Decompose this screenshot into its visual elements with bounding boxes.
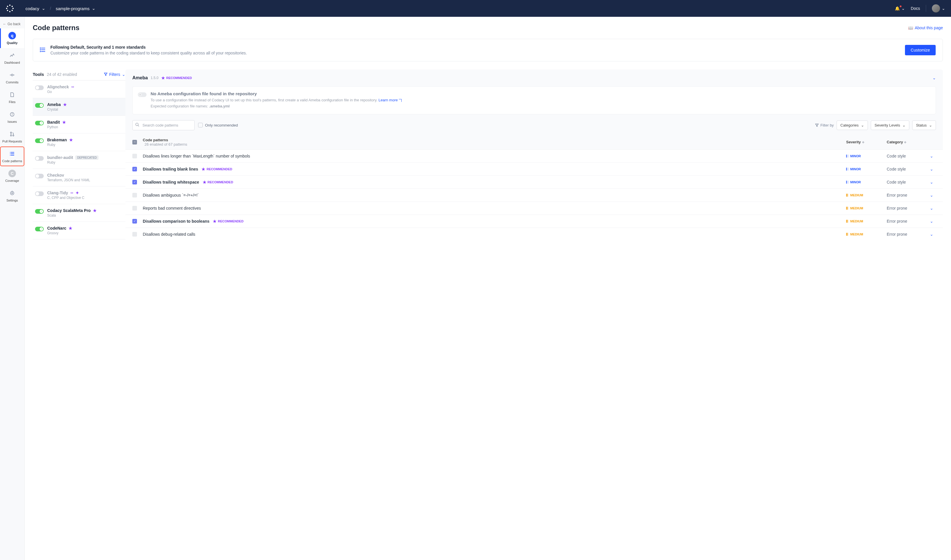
sort-icon: ◆ [862,140,865,144]
pattern-checkbox[interactable] [132,193,137,197]
pattern-name: Disallows ambiguous `=-/=+/=!` [143,193,846,197]
col-severity-header[interactable]: Severity◆ [846,140,887,144]
recommended-label: RECOMMENDED [166,76,192,80]
learn-more-link[interactable]: Learn more [379,98,402,102]
status-dropdown[interactable]: Status⌄ [912,120,936,130]
expand-button[interactable]: ⌄ [927,206,936,211]
severity-badge: MINOR [846,168,887,171]
sidebar-item-settings[interactable]: Settings [0,186,24,206]
link-icon: ⇔ [71,85,74,89]
recommended-badge: ★ RECOMMENDED [161,75,192,80]
about-link[interactable]: 📖 About this page [908,26,943,30]
sidebar-item-issues[interactable]: Issues [0,107,24,127]
user-menu[interactable]: ⌄ [932,5,945,12]
category-label: Error prone [887,206,927,211]
only-recommended-checkbox[interactable]: Only recommended [198,123,238,128]
go-back-label: Go back [8,22,20,26]
severity-dropdown[interactable]: Severity Levels⌄ [871,120,909,130]
tool-item[interactable]: Bandit ★Python [33,116,125,134]
codacy-logo-icon[interactable] [6,5,14,12]
sidebar-item-code-patterns[interactable]: Code patterns [0,146,24,166]
expand-button[interactable]: ⌄ [927,154,936,158]
tool-toggle[interactable] [35,174,44,178]
tool-item[interactable]: Checkov Terraform, JSON and YAML [33,169,125,186]
svg-point-16 [13,135,14,136]
severity-bars-icon [846,181,848,183]
sidebar-item-quality[interactable]: qQuality [0,28,24,48]
pattern-row: ✓Disallows comparison to booleans★ RECOM… [125,215,943,228]
tool-toggle[interactable] [35,227,44,231]
tool-toggle[interactable] [35,209,44,214]
tool-language: Scala [47,214,123,217]
expand-button[interactable]: ⌄ [927,219,936,223]
org-selector[interactable]: codacy ⌄ [26,6,45,11]
filters-button[interactable]: Filters ⌄ [104,72,125,77]
svg-point-15 [11,135,12,136]
pattern-name: Disallows comparison to booleans★ RECOMM… [143,219,846,223]
svg-point-31 [40,51,40,52]
tool-item[interactable]: Clang-Tidy ⇔✦C, CPP and Objective C [33,186,125,204]
tool-item[interactable]: Ameba ★Crystal [33,98,125,116]
pattern-checkbox[interactable]: ✓ [132,167,137,171]
sidebar-item-coverage[interactable]: CCoverage [0,166,24,186]
sidebar-item-pull-requests[interactable]: Pull Requests [0,127,24,146]
recommended-badge: ★ RECOMMENDED [203,180,233,185]
pattern-checkbox[interactable]: ✓ [132,180,137,185]
svg-point-24 [12,192,13,194]
expand-button[interactable]: ⌄ [927,180,936,185]
pattern-checkbox[interactable]: ✓ [132,219,137,223]
customize-button[interactable]: Customize [905,45,936,55]
expand-button[interactable]: ⌄ [927,167,936,171]
chevron-down-icon[interactable]: ⌄ [933,75,936,80]
svg-point-29 [40,48,40,48]
category-label: Error prone [887,232,927,237]
categories-dropdown[interactable]: Categories⌄ [837,120,868,130]
tool-name: Aligncheck ⇔ [47,85,123,89]
tool-item[interactable]: Codacy ScalaMeta Pro ★Scala [33,204,125,222]
svg-point-14 [11,132,12,133]
nav-label: Files [9,100,15,104]
svg-point-21 [10,154,11,154]
nav-icon [8,71,16,79]
go-back-link[interactable]: ← Go back [0,20,24,28]
tool-toggle[interactable] [35,85,44,90]
book-icon: 📖 [908,26,913,30]
col-category-header[interactable]: Category◆ [887,140,927,144]
star-icon: ★ [63,102,67,107]
svg-rect-1 [12,6,13,7]
tool-language: Groovy [47,231,123,235]
recommended-badge: ★ RECOMMENDED [202,167,232,171]
tool-toggle[interactable] [35,121,44,125]
tool-language: Crystal [47,108,123,111]
tool-item[interactable]: Brakeman ★Ruby [33,134,125,151]
tool-toggle[interactable] [35,191,44,196]
tool-item[interactable]: bundler-audit DEPRECATEDRuby [33,151,125,169]
tool-toggle[interactable] [35,103,44,108]
tool-item[interactable]: CodeNarc ★Groovy [33,222,125,240]
svg-point-22 [10,155,11,155]
nav-label: Coverage [5,179,19,182]
severity-bars-icon [846,155,848,157]
col-name-header[interactable]: Code patterns [143,138,846,142]
tool-toggle[interactable] [35,138,44,143]
tool-item[interactable]: Aligncheck ⇔Go [33,80,125,98]
tool-name: Brakeman ★ [47,137,123,142]
notifications-button[interactable]: 🔔 ⌄ [895,6,905,11]
repo-selector[interactable]: sample-programs ⌄ [55,6,95,11]
select-all-checkbox[interactable]: − [132,140,137,145]
sidebar-item-files[interactable]: Files [0,88,24,107]
pattern-checkbox[interactable] [132,232,137,237]
search-input[interactable] [132,120,195,130]
pattern-checkbox[interactable] [132,206,137,211]
sidebar-item-commits[interactable]: Commits [0,68,24,88]
config-toggle[interactable] [138,92,146,97]
expand-button[interactable]: ⌄ [927,193,936,197]
pattern-checkbox[interactable] [132,154,137,158]
tool-toggle[interactable] [35,156,44,161]
sidebar-item-dashboard[interactable]: Dashboard [0,48,24,68]
svg-rect-3 [12,10,13,11]
docs-link[interactable]: Docs [911,6,920,11]
pattern-row: Disallows ambiguous `=-/=+/=!`MEDIUMErro… [125,189,943,202]
arrow-left-icon: ← [3,22,6,26]
expand-button[interactable]: ⌄ [927,232,936,237]
